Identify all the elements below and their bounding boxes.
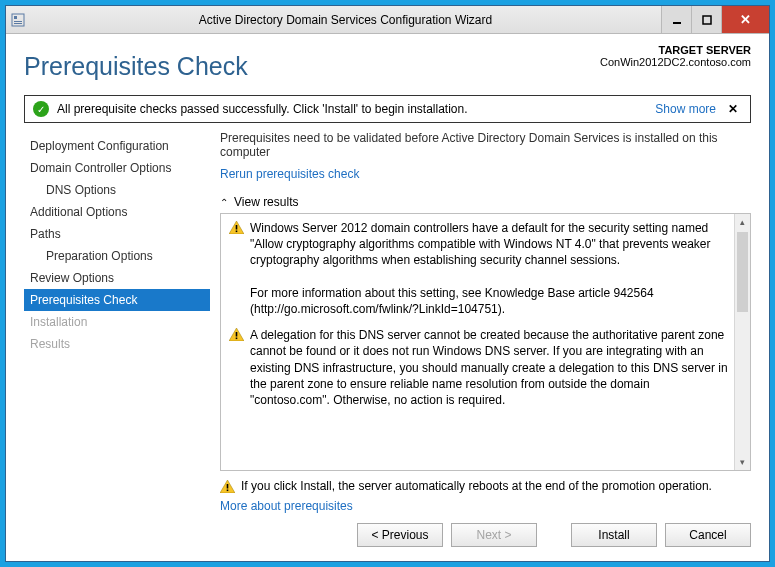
previous-button[interactable]: < Previous: [357, 523, 443, 547]
banner-close-icon[interactable]: ✕: [724, 102, 742, 116]
nav-item[interactable]: Deployment Configuration: [24, 135, 210, 157]
intro-text: Prerequisites need to be validated befor…: [220, 131, 751, 159]
window-title: Active Directory Domain Services Configu…: [30, 13, 661, 27]
view-results-toggle[interactable]: ⌃ View results: [220, 195, 751, 209]
svg-rect-14: [227, 490, 229, 492]
nav-item[interactable]: Prerequisites Check: [24, 289, 210, 311]
more-about-link[interactable]: More about prerequisites: [220, 499, 751, 513]
scrollbar[interactable]: ▴ ▾: [734, 214, 750, 470]
svg-rect-4: [673, 22, 681, 24]
success-icon: ✓: [33, 101, 49, 117]
app-icon: [6, 13, 30, 27]
warning-icon: [220, 480, 235, 493]
scroll-down-icon[interactable]: ▾: [735, 454, 750, 470]
message-text: A delegation for this DNS server cannot …: [250, 327, 730, 408]
content-pane: Prerequisites need to be validated befor…: [220, 131, 751, 513]
target-server-value: ConWin2012DC2.contoso.com: [600, 56, 751, 68]
svg-rect-11: [236, 338, 238, 340]
close-button[interactable]: ✕: [721, 6, 769, 33]
nav-item: Installation: [24, 311, 210, 333]
svg-rect-5: [703, 16, 711, 24]
nav-item[interactable]: Additional Options: [24, 201, 210, 223]
minimize-button[interactable]: [661, 6, 691, 33]
button-row: < Previous Next > Install Cancel: [24, 513, 751, 547]
show-more-link[interactable]: Show more: [655, 102, 716, 116]
wizard-window: Active Directory Domain Services Configu…: [5, 5, 770, 562]
svg-rect-0: [12, 14, 24, 26]
scroll-up-icon[interactable]: ▴: [735, 214, 750, 230]
nav-item[interactable]: DNS Options: [24, 179, 210, 201]
status-banner: ✓ All prerequisite checks passed success…: [24, 95, 751, 123]
window-buttons: ✕: [661, 6, 769, 33]
svg-rect-7: [236, 225, 238, 230]
cancel-button[interactable]: Cancel: [665, 523, 751, 547]
page-title: Prerequisites Check: [24, 52, 248, 81]
client-area: Prerequisites Check TARGET SERVER ConWin…: [6, 34, 769, 561]
footnote-text: If you click Install, the server automat…: [241, 479, 712, 493]
nav-item[interactable]: Review Options: [24, 267, 210, 289]
install-button[interactable]: Install: [571, 523, 657, 547]
svg-rect-1: [14, 16, 17, 19]
svg-rect-13: [227, 484, 229, 489]
nav-item[interactable]: Preparation Options: [24, 245, 210, 267]
message-text: Windows Server 2012 domain controllers h…: [250, 220, 730, 317]
nav-item[interactable]: Domain Controller Options: [24, 157, 210, 179]
banner-text: All prerequisite checks passed successfu…: [57, 102, 647, 116]
results-body: Windows Server 2012 domain controllers h…: [221, 214, 734, 470]
next-button: Next >: [451, 523, 537, 547]
svg-rect-8: [236, 231, 238, 233]
title-bar: Active Directory Domain Services Configu…: [6, 6, 769, 34]
warning-icon: [229, 221, 244, 234]
svg-rect-10: [236, 332, 238, 337]
footnote: If you click Install, the server automat…: [220, 479, 751, 493]
maximize-button[interactable]: [691, 6, 721, 33]
nav-item: Results: [24, 333, 210, 355]
scroll-thumb[interactable]: [737, 232, 748, 312]
result-message: A delegation for this DNS server cannot …: [229, 327, 730, 408]
view-results-label: View results: [234, 195, 298, 209]
target-server-info: TARGET SERVER ConWin2012DC2.contoso.com: [600, 44, 751, 68]
chevron-up-icon: ⌃: [220, 197, 228, 208]
wizard-nav: Deployment ConfigurationDomain Controlle…: [24, 131, 210, 513]
svg-rect-2: [14, 21, 22, 22]
rerun-link[interactable]: Rerun prerequisites check: [220, 167, 751, 181]
warning-icon: [229, 328, 244, 341]
svg-rect-3: [14, 23, 22, 24]
result-message: Windows Server 2012 domain controllers h…: [229, 220, 730, 317]
nav-item[interactable]: Paths: [24, 223, 210, 245]
results-box: Windows Server 2012 domain controllers h…: [220, 213, 751, 471]
target-server-label: TARGET SERVER: [600, 44, 751, 56]
